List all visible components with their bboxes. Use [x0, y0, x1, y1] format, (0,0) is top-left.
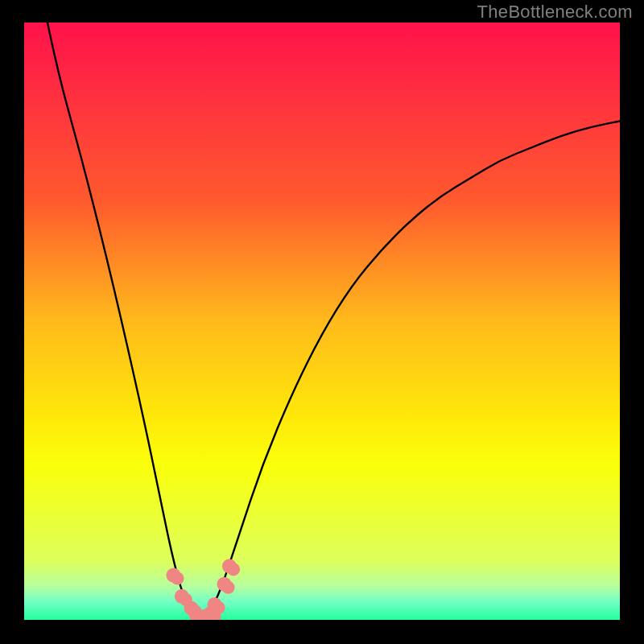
gradient-background	[24, 23, 620, 620]
svg-point-15	[221, 581, 234, 594]
svg-point-17	[227, 563, 240, 576]
svg-point-13	[212, 601, 225, 614]
chart-frame: TheBottleneck.com	[0, 0, 644, 644]
svg-point-1	[171, 572, 184, 584]
watermark-text: TheBottleneck.com	[477, 2, 633, 23]
plot-area	[24, 23, 620, 620]
chart-svg	[24, 23, 620, 620]
